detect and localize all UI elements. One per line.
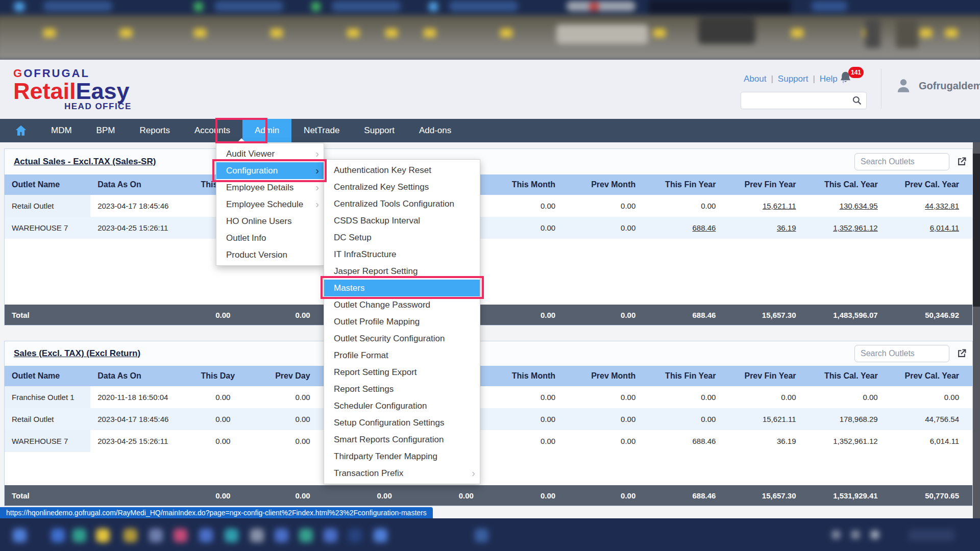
gofrugal-logo: GOFRUGAL RetailEasy HEAD OFFICE: [13, 67, 132, 112]
submenu-item-smart-reports-configuration[interactable]: Smart Reports Configuration: [324, 431, 480, 448]
notification-bell[interactable]: 141: [839, 70, 869, 90]
menu-item-label: Thirdparty Tender Mapping: [334, 452, 437, 462]
submenu-item-outlet-security-configuration[interactable]: Outlet Security Configuration: [324, 330, 480, 347]
value-cell: 0.00: [649, 386, 729, 408]
nav-item-nettrade[interactable]: NetTrade: [291, 119, 352, 142]
screen: GOFRUGAL RetailEasy HEAD OFFICE About| S…: [0, 0, 980, 551]
value-cell: 2023-04-25 15:26:11: [90, 217, 201, 239]
chevron-right-icon: ›: [315, 181, 319, 193]
value-cell: 0.00: [810, 386, 891, 408]
main-nav: MDMBPMReportsAccountsAdminNetTradeSuppor…: [0, 119, 980, 142]
submenu-item-outlet-change-password[interactable]: Outlet Change Password: [324, 296, 480, 313]
nav-item-accounts[interactable]: Accounts: [182, 119, 242, 142]
outlet-name-cell: Retail Outlet: [5, 195, 90, 217]
admin-menu-item-product-version[interactable]: Product Version: [216, 246, 324, 263]
submenu-item-report-settings[interactable]: Report Settings: [324, 381, 480, 397]
submenu-item-outlet-profile-mapping[interactable]: Outlet Profile Mapping: [324, 313, 480, 330]
support-link[interactable]: Support: [778, 74, 808, 84]
submenu-item-scheduler-configuration[interactable]: Scheduler Configuration: [324, 397, 480, 414]
menu-item-label: Outlet Change Password: [334, 300, 430, 310]
submenu-item-csds-backup-interval[interactable]: CSDS Backup Interval: [324, 212, 480, 229]
admin-menu-item-audit-viewer[interactable]: Audit Viewer›: [216, 145, 324, 162]
outlet-name-cell: WAREHOUSE 7: [5, 430, 90, 452]
header-search: [741, 92, 867, 109]
admin-menu-item-employee-details[interactable]: Employee Details›: [216, 179, 324, 196]
value-cell: 0.00: [649, 195, 729, 217]
value-link[interactable]: 1,352,961.12: [833, 223, 878, 232]
total-value: 15,657.30: [729, 305, 809, 325]
total-value: 688.46: [649, 305, 729, 325]
submenu-item-thirdparty-tender-mapping[interactable]: Thirdparty Tender Mapping: [324, 448, 480, 465]
value-cell: 0.00: [487, 408, 569, 430]
value-link[interactable]: 44,332.81: [925, 202, 959, 210]
submenu-item-it-infrastructure[interactable]: IT InfraStructure: [324, 246, 480, 263]
total-row: Total0.000.000.000.000.000.00688.4615,65…: [5, 485, 972, 506]
table-row: Franchise Outlet 12020-11-18 16:50:040.0…: [5, 386, 972, 408]
admin-menu-item-outlet-info[interactable]: Outlet Info: [216, 230, 324, 246]
value-link[interactable]: 36.19: [777, 223, 796, 232]
value-cell: 0.00: [487, 430, 569, 452]
external-link-icon[interactable]: [956, 156, 967, 167]
value-cell: 0.00: [569, 408, 649, 430]
value-link[interactable]: 15,621.11: [763, 202, 796, 210]
sales-panel-2: Sales (Excl. TAX) (Excl Return)Outlet Na…: [4, 341, 973, 506]
total-label: Total: [5, 305, 90, 325]
external-link-icon[interactable]: [956, 348, 967, 359]
submenu-item-jasper-report-setting[interactable]: Jasper Report Setting: [324, 263, 480, 280]
column-header: Prev Day: [243, 366, 323, 386]
submenu-item-setup-configuration-settings[interactable]: Setup Configuration Settings: [324, 414, 480, 431]
nav-item-home[interactable]: [0, 119, 39, 142]
total-value: 0.00: [201, 305, 243, 325]
panel-header: Actual Sales - Excl.TAX (Sales-SR): [5, 149, 972, 174]
status-url-bar: https://hqonlinedemo.gofrugal.com/RayMed…: [0, 507, 433, 518]
value-cell: 1,352,961.12: [810, 217, 891, 239]
nav-item-bpm[interactable]: BPM: [84, 119, 128, 142]
nav-item-add-ons[interactable]: Add-ons: [407, 119, 463, 142]
value-cell: 2020-11-18 16:50:04: [90, 386, 201, 408]
nav-item-support[interactable]: Support: [352, 119, 407, 142]
about-link[interactable]: About: [744, 74, 766, 84]
nav-item-reports[interactable]: Reports: [127, 119, 182, 142]
submenu-item-masters[interactable]: Masters: [324, 280, 480, 296]
column-header: Outlet Name: [5, 366, 90, 386]
submenu-item-centralized-key-settings[interactable]: Centralized Key Settings: [324, 179, 480, 195]
nav-item-mdm[interactable]: MDM: [39, 119, 84, 142]
header-search-input[interactable]: [741, 92, 866, 109]
submenu-item-authentication-key-reset[interactable]: Authentication Key Reset: [324, 162, 480, 179]
nav-item-admin[interactable]: Admin: [242, 119, 291, 142]
table-empty-space: [5, 452, 972, 485]
admin-menu-item-ho-online-users[interactable]: HO Online Users: [216, 213, 324, 230]
menu-item-label: Scheduler Configuration: [334, 401, 427, 411]
value-cell: 0.00: [487, 195, 569, 217]
help-link[interactable]: Help: [820, 74, 838, 84]
vertical-scrollbar[interactable]: [973, 142, 980, 518]
search-outlets-input[interactable]: [854, 345, 949, 362]
column-header: Prev Fin Year: [729, 174, 809, 195]
submenu-item-centralized-tools-configuration[interactable]: Centralized Tools Configuration: [324, 195, 480, 212]
admin-menu-item-configuration[interactable]: Configuration›: [216, 162, 324, 179]
search-icon[interactable]: [852, 95, 862, 106]
total-value: 0.00: [569, 305, 649, 325]
submenu-item-transaction-prefix[interactable]: Transaction Prefix›: [324, 465, 480, 482]
admin-menu-item-employee-schedule[interactable]: Employee Schedule›: [216, 196, 324, 213]
submenu-item-profile-format[interactable]: Profile Format: [324, 347, 480, 364]
app-header: GOFRUGAL RetailEasy HEAD OFFICE About| S…: [0, 60, 980, 119]
total-value: 0.00: [324, 485, 405, 506]
total-value: [90, 305, 201, 325]
value-cell: 15,621.11: [729, 195, 809, 217]
value-link[interactable]: 688.46: [693, 223, 716, 232]
submenu-item-dc-setup[interactable]: DC Setup: [324, 229, 480, 246]
value-link[interactable]: 6,014.11: [930, 223, 959, 232]
scrollbar-thumb[interactable]: [973, 154, 980, 307]
value-cell: 0.00: [649, 408, 729, 430]
search-outlets-input[interactable]: [854, 153, 949, 170]
menu-item-label: Report Setting Export: [334, 367, 417, 378]
value-link[interactable]: 130,634.95: [840, 202, 878, 210]
table-empty-space: [5, 239, 972, 305]
value-cell: 0.00: [201, 408, 243, 430]
submenu-item-report-setting-export[interactable]: Report Setting Export: [324, 364, 480, 381]
panel-header: Sales (Excl. TAX) (Excl Return): [5, 341, 972, 366]
value-cell: 0.00: [569, 386, 649, 408]
user-menu[interactable]: Gofrugaldemo: [894, 77, 980, 95]
avatar-icon: [894, 77, 913, 95]
